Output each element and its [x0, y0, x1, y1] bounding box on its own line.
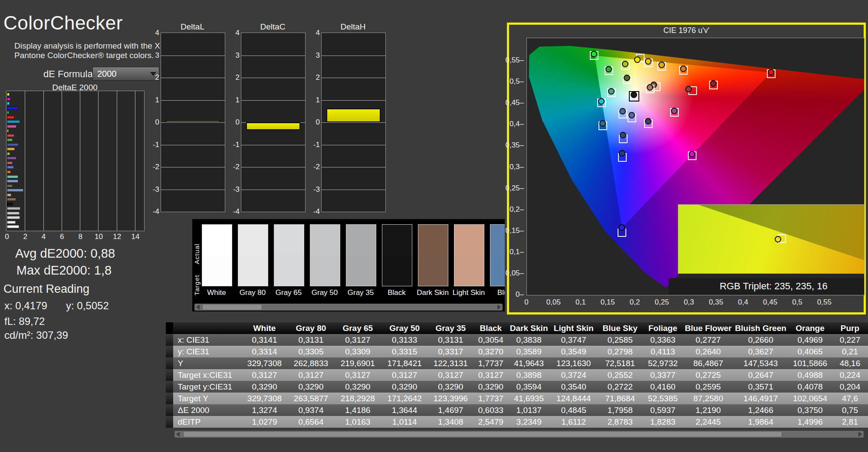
- gridline: [322, 167, 385, 167]
- table-row: dEITP1,02790,65641,01631,01141,34082,547…: [166, 416, 868, 428]
- cie-y-tick: 0–: [516, 290, 524, 299]
- swatch-actual: [274, 225, 304, 255]
- cell: 219,6901: [334, 357, 381, 369]
- cell: 1,3644: [381, 404, 428, 416]
- cell: 0,3363: [642, 334, 683, 346]
- row-label: x: CIE31: [173, 334, 241, 346]
- cell: 0,3290: [381, 381, 428, 393]
- table-row: y: CIE310,33140,33050,33090,33150,33170,…: [166, 346, 868, 357]
- cell: 1,2466: [733, 404, 788, 416]
- cell: 102,0654: [788, 393, 832, 404]
- cie-x-tick: 0,45: [763, 298, 777, 307]
- col-header-orange: Orange: [788, 322, 832, 334]
- deltae-x-tick: 4: [42, 233, 46, 241]
- deltae-bar-dark-skin: [7, 198, 16, 201]
- swatch-actual: [238, 225, 268, 255]
- cie-y-tick: 0,35–: [505, 141, 524, 150]
- swatch-light-skin: [454, 224, 484, 286]
- delta-y-tick: 4: [146, 29, 159, 37]
- table-scrollbar-thumb[interactable]: [183, 431, 782, 437]
- swatch-gray-50: [310, 224, 340, 286]
- measured-dot: [768, 69, 774, 75]
- cie-y-tick: 0,1–: [510, 248, 524, 256]
- cie-x-tick: 0,4: [738, 298, 748, 307]
- measured-dot: [645, 58, 651, 65]
- cell: 0,2595: [683, 381, 733, 393]
- swatch-actual: [310, 225, 340, 255]
- table-row: Y329,7308262,8833219,6901171,8421122,313…: [166, 357, 868, 369]
- deltae-bar-cyan-100-: [7, 102, 10, 105]
- deltae-chart-plot: [6, 91, 145, 231]
- cell: 171,8421: [381, 357, 428, 369]
- cell: 1,3274: [241, 404, 287, 416]
- cell: 41,6935: [508, 393, 549, 404]
- arrow-right-icon: [858, 432, 862, 437]
- swatch-scroll-left-button[interactable]: [194, 304, 201, 311]
- cell: 0,3571: [733, 381, 788, 393]
- rgb-triplet-readout: RGB Triplet: 235, 235, 16: [669, 278, 865, 295]
- swatch-gray-65: [274, 224, 304, 286]
- row-label: y: CIE31: [173, 346, 241, 357]
- reading-x: x: 0,4179: [4, 300, 47, 312]
- delta-y-tick: 2: [146, 73, 159, 82]
- cell: 0,2722: [598, 381, 642, 393]
- swatch-scroll-right-button[interactable]: [496, 304, 503, 311]
- cie-x-tick: 0,2: [630, 298, 640, 307]
- cell: 263,5877: [288, 393, 335, 404]
- cie-x-tick: 0: [524, 298, 528, 307]
- table-corner: [166, 322, 173, 334]
- cell: 86,4867: [683, 357, 733, 369]
- cell: 146,4917: [733, 393, 788, 404]
- row-label: Target y:CIE31: [173, 381, 241, 393]
- delta-chart-plot-deltal: 43210-1-2-3-4: [161, 33, 225, 212]
- deltae-bar-cyan: [7, 120, 20, 123]
- swatch-target: [490, 255, 505, 286]
- deltae-bar-red: [7, 134, 14, 137]
- delta-y-tick: -4: [227, 207, 240, 216]
- row-label: ΔE 2000: [173, 404, 241, 416]
- cie-y-tick: 0,3–: [510, 163, 524, 171]
- cell: 0,3305: [288, 346, 335, 357]
- swatch-target: [238, 255, 268, 286]
- row-strip: [166, 393, 173, 404]
- cell: 2,8783: [598, 416, 642, 428]
- table-scroll-left-button[interactable]: [174, 431, 181, 438]
- deltae-bar-magenta-100-: [7, 98, 10, 101]
- deltae-bar-blue-100-: [7, 107, 18, 110]
- measured-dot: [608, 88, 615, 95]
- deltae-bar-gray-65: [7, 216, 20, 219]
- measured-dot: [658, 62, 665, 68]
- cell: 1,0163: [334, 416, 381, 428]
- col-header-foliage: Foliage: [642, 322, 683, 334]
- delta-y-tick: -1: [227, 141, 240, 149]
- swatch-actual: [490, 225, 505, 255]
- swatch-scrollbar-thumb[interactable]: [202, 304, 262, 310]
- swatch-dark-skin: [418, 224, 448, 286]
- cell: 101,5866: [788, 357, 832, 369]
- deltae-x-tick: 10: [95, 233, 103, 241]
- delta-y-tick: -4: [146, 207, 159, 216]
- cie-x-tick: 0,15: [601, 298, 615, 307]
- cell: 1,7737: [473, 393, 508, 404]
- cell: 3,2349: [508, 416, 549, 428]
- gridline: [25, 91, 25, 231]
- cell: 147,5343: [733, 357, 788, 369]
- swatch-blue: [490, 224, 505, 286]
- cell: 0,4078: [788, 381, 832, 393]
- cell: 0,3127: [473, 369, 508, 381]
- cie-plot: RGB Triplet: 235, 235, 16: [526, 38, 865, 295]
- swatch-scrollbar[interactable]: [194, 304, 503, 311]
- table-scroll-right-button[interactable]: [857, 431, 864, 438]
- col-header-black: Black: [473, 322, 508, 334]
- gridline: [322, 145, 385, 145]
- row-strip: [166, 404, 173, 416]
- cell: 0,4969: [788, 334, 832, 346]
- deltae-x-tick: 0: [5, 233, 9, 241]
- col-header-gray-80: Gray 80: [288, 322, 335, 334]
- cell: 1,2190: [683, 404, 733, 416]
- delta-y-tick: 0: [307, 118, 320, 127]
- cell: 329,7308: [241, 357, 287, 369]
- cell: 0,21: [832, 346, 868, 357]
- table-scrollbar[interactable]: [174, 431, 864, 438]
- avg-de2000: Avg dE2000: 0,88: [0, 246, 130, 261]
